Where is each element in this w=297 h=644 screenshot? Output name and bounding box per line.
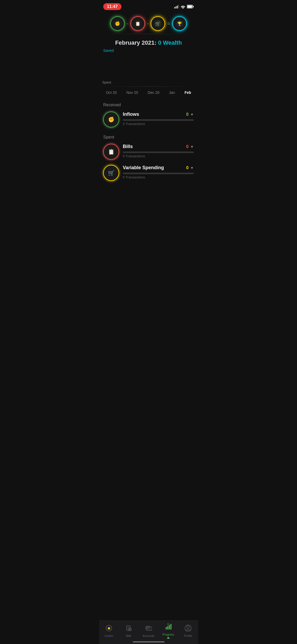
inflows-row[interactable]: ✊ Inflows 0 ▼ 0 Transactions — [99, 109, 198, 131]
bills-name: Bills — [123, 144, 133, 149]
month-section: February 2021: 0 Wealth Saved — [99, 34, 198, 55]
month-tab-feb[interactable]: Feb — [182, 89, 193, 96]
month-tab-oct[interactable]: Oct 20 — [104, 89, 119, 96]
svg-rect-1 — [193, 6, 194, 7]
formula-row: ✊ - 📋 - 🛒 = 🏆 — [99, 12, 198, 34]
saved-label: Saved — [103, 48, 194, 53]
spent-section-label: Spent — [99, 131, 198, 142]
svg-text:📋: 📋 — [135, 21, 140, 26]
chart-spent-label: Spent — [102, 80, 111, 84]
svg-text:✊: ✊ — [108, 116, 115, 123]
inflows-icon: ✊ — [103, 112, 119, 127]
variable-spending-name: Variable Spending — [123, 165, 164, 171]
formula-sep-1: - — [127, 21, 129, 27]
month-title: February 2021: 0 Wealth — [103, 39, 194, 46]
formula-eq: = — [167, 21, 170, 27]
inflows-name: Inflows — [123, 112, 139, 117]
bills-progress-bar — [123, 151, 194, 153]
svg-text:🏆: 🏆 — [177, 21, 182, 26]
svg-rect-2 — [187, 6, 192, 8]
status-bar: 11:47 — [99, 0, 198, 12]
variable-spending-amount: 0 — [186, 165, 188, 170]
received-section-label: Received — [99, 98, 198, 109]
month-tab-nov[interactable]: Nov 20 — [124, 89, 140, 96]
month-tab-dec[interactable]: Dec 20 — [145, 89, 161, 96]
svg-text:🛒: 🛒 — [155, 21, 161, 26]
formula-sep-2: - — [147, 21, 149, 27]
bills-row[interactable]: 📋 Bills 0 ▼ 0 Transactions — [99, 142, 198, 163]
inflows-info: Inflows 0 ▼ 0 Transactions — [123, 112, 194, 126]
variable-spending-row[interactable]: 🛒 Variable Spending 0 ▼ 0 Transactions — [99, 163, 198, 184]
bills-icon: 📋 — [103, 144, 119, 160]
status-icons — [174, 5, 194, 8]
bills-formula-icon: 📋 — [131, 16, 145, 31]
svg-text:📋: 📋 — [108, 149, 115, 155]
variable-spending-progress-bar — [123, 173, 194, 174]
month-tabs[interactable]: Oct 20 Nov 20 Dec 20 Jan Feb — [99, 87, 198, 98]
variable-spending-info: Variable Spending 0 ▼ 0 Transactions — [123, 165, 194, 179]
chart-area: Spent — [99, 55, 198, 86]
svg-text:🛒: 🛒 — [108, 170, 115, 176]
battery-icon — [187, 5, 194, 8]
inflows-transactions: 0 Transactions — [123, 122, 194, 126]
spending-formula-icon: 🛒 — [151, 16, 165, 31]
bills-chevron[interactable]: ▼ — [190, 145, 194, 149]
bills-info: Bills 0 ▼ 0 Transactions — [123, 144, 194, 158]
bills-amount: 0 — [186, 144, 188, 149]
variable-spending-transactions: 0 Transactions — [123, 175, 194, 179]
variable-spending-icon: 🛒 — [103, 165, 119, 181]
signal-icon — [174, 5, 179, 8]
wifi-icon — [181, 5, 185, 8]
inflows-progress-bar — [123, 119, 194, 121]
inflows-amount: 0 — [186, 112, 188, 117]
month-tab-jan[interactable]: Jan — [167, 89, 177, 96]
time-display: 11:47 — [103, 3, 121, 10]
wealth-formula-icon: 🏆 — [172, 16, 187, 31]
bills-transactions: 0 Transactions — [123, 154, 194, 158]
variable-spending-chevron[interactable]: ▼ — [190, 166, 194, 170]
inflows-formula-icon: ✊ — [110, 16, 125, 31]
inflows-chevron[interactable]: ▼ — [190, 112, 194, 117]
svg-text:✊: ✊ — [115, 21, 120, 26]
